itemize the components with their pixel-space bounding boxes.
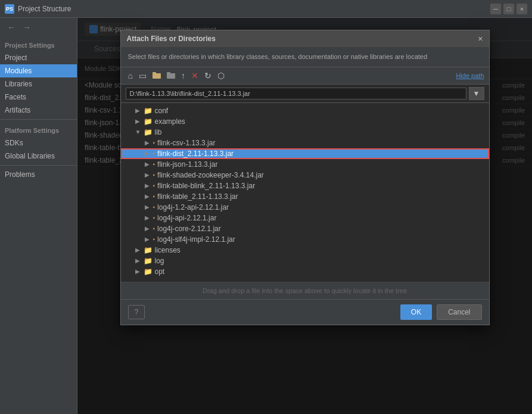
svg-rect-1 [153,72,156,74]
modal-footer-right: OK Cancel [400,304,482,320]
folder-button[interactable] [150,70,163,82]
path-input[interactable] [126,88,466,99]
expand-arrow: ▶ [145,214,151,221]
refresh-button[interactable]: ↻ [202,70,214,82]
sidebar-divider [0,119,77,120]
path-dropdown-button[interactable]: ▼ [469,87,484,100]
modal-footer: ? OK Cancel [121,299,489,325]
modal-close-button[interactable]: × [478,34,483,43]
tree-item-label: log4j-1.2-api-2.12.1.jar [157,203,229,211]
tree-item-log4j-core[interactable]: ▶ ▪ log4j-core-2.12.1.jar [121,223,489,234]
modal-toolbar: ⌂ ▭ ↑ ✕ ↻ ⬡ Hide path [121,67,489,85]
expand-arrow: ▶ [145,182,151,189]
sidebar-item-problems[interactable]: Problems [0,168,77,181]
tree-item-log4j-api[interactable]: ▶ ▪ log4j-api-2.12.1.jar [121,213,489,223]
expand-arrow: ▶ [145,225,151,232]
sidebar-item-global-libraries[interactable]: Global Libraries [0,150,77,163]
desktop-button[interactable]: ▭ [136,70,149,82]
jar-icon: ▪ [153,236,155,242]
tree-item-flink-table-blink[interactable]: ▶ ▪ flink-table-blink_2.11-1.13.3.jar [121,180,489,191]
tree-item-label: flink-table-blink_2.11-1.13.3.jar [157,182,255,190]
tree-item-label: flink-csv-1.13.3.jar [157,139,215,147]
path-bar: ▼ [121,85,489,103]
tree-item-label: licenses [155,246,181,254]
share-button[interactable]: ⬡ [215,70,227,82]
expand-arrow: ▶ [135,268,141,275]
modal-titlebar: Attach Files or Directories × [121,30,489,47]
modal-title: Attach Files or Directories [127,35,216,43]
modal-cancel-button[interactable]: Cancel [437,304,481,320]
tree-item-label: flink-shaded-zookeeper-3.4.14.jar [157,171,264,179]
hide-path-button[interactable]: Hide path [456,72,484,79]
close-button[interactable]: × [517,4,527,14]
folder-icon: 📁 [144,128,153,136]
tree-item-log[interactable]: ▶ 📁 log [121,256,489,266]
folder-icon: 📁 [144,246,153,254]
up-button[interactable]: ↑ [179,70,188,82]
tree-item-flink-dist[interactable]: ▶ ▪ flink-dist_2.11-1.13.3.jar [121,148,489,159]
minimize-button[interactable]: ─ [490,4,501,14]
tree-item-flink-csv[interactable]: ▶ ▪ flink-csv-1.13.3.jar [121,138,489,148]
home-button[interactable]: ⌂ [126,70,135,82]
jar-icon: ▪ [153,139,155,146]
sidebar-item-project[interactable]: Project [0,51,77,64]
platform-settings-label: Platform Settings [0,122,77,136]
expand-arrow: ▼ [135,129,141,135]
app-icon: PS [5,4,14,14]
sidebar-divider-2 [0,165,77,166]
jar-icon: ▪ [153,204,155,210]
tree-item-flink-shaded[interactable]: ▶ ▪ flink-shaded-zookeeper-3.4.14.jar [121,170,489,180]
sidebar-item-facets[interactable]: Facets [0,91,77,104]
window-controls: ─ □ × [490,4,527,14]
sidebar-item-artifacts[interactable]: Artifacts [0,104,77,117]
tree-item-examples[interactable]: ▶ 📁 examples [121,116,489,127]
delete-button[interactable]: ✕ [189,70,201,82]
expand-arrow: ▶ [145,150,151,157]
tree-item-flink-json[interactable]: ▶ ▪ flink-json-1.13.3.jar [121,159,489,170]
tree-item-conf[interactable]: ▶ 📁 conf [121,105,489,116]
folder-icon: 📁 [144,117,153,126]
tree-item-label: flink-json-1.13.3.jar [157,160,217,169]
sidebar-nav: ← → [0,18,77,37]
folder-icon: 📁 [144,107,153,115]
tree-item-label: examples [155,117,185,126]
folder-icon: 📁 [144,257,153,265]
jar-icon: ▪ [153,214,155,221]
tree-item-label: conf [155,107,169,115]
project-settings-label: Project Settings [0,37,77,51]
tree-item-opt[interactable]: ▶ 📁 opt [121,266,489,277]
file-tree: ▶ 📁 conf ▶ 📁 examples ▼ 📁 lib [121,103,489,282]
tree-item-flink-table[interactable]: ▶ ▪ flink-table_2.11-1.13.3.jar [121,191,489,202]
expand-arrow: ▶ [145,139,151,146]
maximize-button[interactable]: □ [503,4,514,14]
toolbar-left: ⌂ ▭ ↑ ✕ ↻ ⬡ [126,70,227,82]
expand-arrow: ▶ [145,161,151,167]
window-title: Project Structure [18,5,71,13]
sidebar-item-sdks[interactable]: SDKs [0,136,77,150]
tree-item-label: flink-table_2.11-1.13.3.jar [157,192,238,201]
new-folder-button[interactable] [164,70,178,82]
forward-button[interactable]: → [20,21,33,33]
main-layout: ← → Project Settings Project Modules Lib… [0,18,532,414]
tree-item-log4j-12[interactable]: ▶ ▪ log4j-1.2-api-2.12.1.jar [121,202,489,213]
jar-icon: ▪ [153,182,155,189]
tree-item-label: opt [155,267,165,276]
tree-item-log4j-slf4j[interactable]: ▶ ▪ log4j-slf4j-impl-2.12.1.jar [121,234,489,245]
attach-files-modal: Attach Files or Directories × Select fil… [120,30,490,325]
modal-help-button[interactable]: ? [128,305,145,319]
expand-arrow: ▶ [145,193,151,200]
svg-rect-2 [167,73,175,79]
tree-item-label: log4j-core-2.12.1.jar [157,225,221,233]
folder-icon: 📁 [144,267,153,276]
sidebar-item-modules[interactable]: Modules [0,64,77,77]
modal-ok-button[interactable]: OK [400,304,432,320]
tree-item-label: lib [155,128,162,136]
modal-overlay: Attach Files or Directories × Select fil… [77,18,532,414]
expand-arrow: ▶ [145,204,151,210]
tree-item-licenses[interactable]: ▶ 📁 licenses [121,245,489,256]
jar-icon: ▪ [153,150,155,157]
sidebar-item-libraries[interactable]: Libraries [0,77,77,91]
expand-arrow: ▶ [135,107,141,114]
tree-item-lib[interactable]: ▼ 📁 lib [121,127,489,138]
back-button[interactable]: ← [5,21,18,33]
